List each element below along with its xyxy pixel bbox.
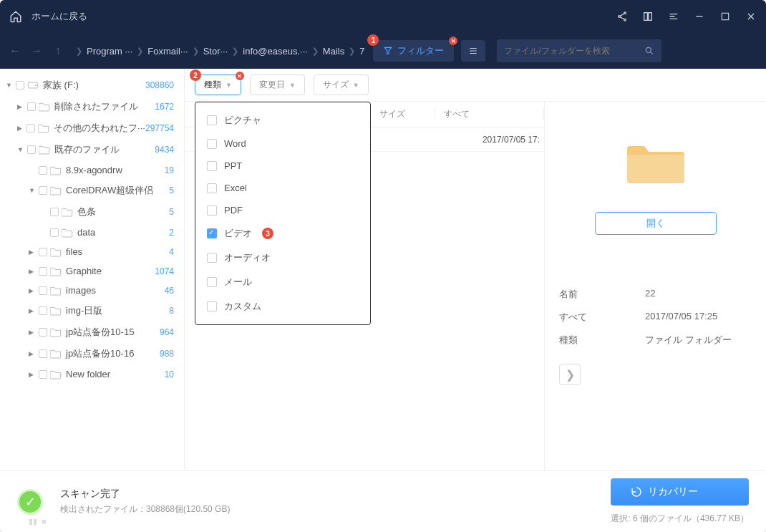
tree-toggle-icon[interactable]: ▶ xyxy=(17,125,25,132)
home-icon[interactable] xyxy=(9,9,23,24)
checkbox[interactable] xyxy=(16,81,24,90)
tree-toggle-icon[interactable]: ▶ xyxy=(29,371,37,378)
sidebar-tree[interactable]: ▼ 家族 (F:) 308860▶ 削除されたファイル 1672▶ その他の失わ… xyxy=(0,69,185,470)
col-size[interactable]: サイズ xyxy=(371,108,435,120)
stop-icon[interactable]: ■ xyxy=(42,517,47,526)
breadcrumb-segment[interactable]: info@easeus.··· xyxy=(243,46,308,57)
filter-button[interactable]: 1 フィルター ✕ xyxy=(373,40,454,62)
menu-icon[interactable] xyxy=(667,10,680,23)
tree-item[interactable]: ▶ jp站点备份10-15 964 xyxy=(0,321,184,343)
dropdown-item[interactable]: ピクチャ xyxy=(195,108,370,132)
checkbox[interactable] xyxy=(207,301,217,311)
tree-item[interactable]: ▼ 家族 (F:) 308860 xyxy=(0,74,184,96)
open-button[interactable]: 開く xyxy=(595,212,717,235)
tree-toggle-icon[interactable]: ▶ xyxy=(29,350,37,357)
breadcrumb[interactable]: ❯Program ···❯Foxmail···❯Stor···❯info@eas… xyxy=(76,46,364,57)
home-label[interactable]: ホームに戻る xyxy=(31,10,87,23)
tree-item[interactable]: 色条 5 xyxy=(0,201,184,223)
tree-item[interactable]: ▼ 既存のファイル 9434 xyxy=(0,139,184,160)
checkbox[interactable] xyxy=(39,306,47,315)
dropdown-item[interactable]: Word xyxy=(195,132,370,155)
breadcrumb-segment[interactable]: Stor··· xyxy=(203,46,228,57)
search-icon[interactable] xyxy=(644,46,654,56)
recovery-button[interactable]: リカバリー xyxy=(611,478,749,506)
tree-toggle-icon[interactable]: ▶ xyxy=(29,248,37,256)
tree-item[interactable]: ▶ Graphite 1074 xyxy=(0,261,184,281)
checkbox[interactable] xyxy=(39,248,47,256)
breadcrumb-segment[interactable]: Foxmail··· xyxy=(147,46,188,57)
filter-date-pill[interactable]: 変更日 ▼ xyxy=(250,74,305,95)
tree-toggle-icon[interactable]: ▶ xyxy=(29,268,37,275)
type-dropdown[interactable]: ピクチャWordPPTExcelPDFビデオ3オーディオメールカスタム xyxy=(195,102,371,325)
tree-toggle-icon[interactable]: ▶ xyxy=(17,103,26,110)
checkbox[interactable] xyxy=(207,277,217,287)
layout-icon[interactable] xyxy=(641,10,654,23)
share-icon[interactable] xyxy=(616,10,629,23)
tree-item[interactable]: ▶ 削除されたファイル 1672 xyxy=(0,96,184,117)
up-icon[interactable]: ↑ xyxy=(52,44,64,57)
dropdown-item[interactable]: Excel xyxy=(195,177,370,199)
filter-close-icon[interactable]: ✕ xyxy=(449,37,457,45)
tree-count: 988 xyxy=(160,349,178,359)
type-pill-close-icon[interactable]: ✕ xyxy=(236,72,244,80)
tree-item[interactable]: ▶ その他の失われたフ··· 297754 xyxy=(0,117,184,139)
close-icon[interactable] xyxy=(745,10,757,23)
filter-size-pill[interactable]: サイズ ▼ xyxy=(314,74,369,95)
chevron-down-icon: ▼ xyxy=(226,82,232,89)
dropdown-item[interactable]: PDF xyxy=(195,199,370,221)
tree-toggle-icon[interactable]: ▼ xyxy=(17,146,26,153)
search-input[interactable] xyxy=(504,46,644,56)
search-box[interactable] xyxy=(497,39,661,62)
tree-toggle-icon[interactable]: ▶ xyxy=(29,307,37,314)
tree-toggle-icon[interactable]: ▼ xyxy=(6,82,14,89)
checkbox[interactable] xyxy=(207,183,217,193)
dropdown-item[interactable]: メール xyxy=(195,270,370,294)
checkbox[interactable] xyxy=(207,228,217,238)
checkbox[interactable] xyxy=(39,328,47,337)
pause-icon[interactable]: ▮▮ xyxy=(29,517,37,526)
checkbox[interactable] xyxy=(39,349,47,358)
checkbox[interactable] xyxy=(27,145,36,154)
tree-item[interactable]: 8.9x-agondrw 19 xyxy=(0,160,184,180)
tree-toggle-icon[interactable]: ▶ xyxy=(29,329,37,336)
badge-2: 2 xyxy=(190,69,201,81)
tree-item[interactable]: ▼ CorelDRAW超级伴侣 5 xyxy=(0,180,184,201)
dropdown-item[interactable]: PPT xyxy=(195,155,370,177)
tree-item[interactable]: ▶ jp站点备份10-16 988 xyxy=(0,343,184,364)
checkbox[interactable] xyxy=(207,115,217,125)
breadcrumb-segment[interactable]: Program ··· xyxy=(87,46,132,57)
checkbox[interactable] xyxy=(39,186,47,195)
dropdown-item[interactable]: ビデオ3 xyxy=(195,221,370,246)
checkbox[interactable] xyxy=(50,208,59,216)
tree-item[interactable]: data 2 xyxy=(0,223,184,242)
filter-type-pill[interactable]: 2 種類 ▼ ✕ xyxy=(195,74,241,95)
dropdown-item[interactable]: オーディオ xyxy=(195,246,370,270)
checkbox[interactable] xyxy=(27,102,36,111)
back-icon[interactable]: ← xyxy=(9,44,21,57)
checkbox[interactable] xyxy=(207,253,217,263)
checkbox[interactable] xyxy=(39,267,47,276)
checkbox[interactable] xyxy=(207,161,217,171)
minimize-icon[interactable] xyxy=(693,10,706,23)
checkbox[interactable] xyxy=(50,228,59,237)
breadcrumb-segment[interactable]: 7 xyxy=(359,46,364,57)
forward-icon[interactable]: → xyxy=(30,44,43,57)
tree-toggle-icon[interactable]: ▼ xyxy=(29,187,37,194)
tree-toggle-icon[interactable]: ▶ xyxy=(29,287,37,294)
checkbox[interactable] xyxy=(26,124,35,132)
maximize-icon[interactable] xyxy=(719,10,732,23)
breadcrumb-segment[interactable]: Mails xyxy=(323,46,344,57)
tree-item[interactable]: ▶ img-日版 8 xyxy=(0,300,184,321)
checkbox[interactable] xyxy=(39,166,47,175)
next-page-button[interactable]: ❯ xyxy=(559,364,581,385)
checkbox[interactable] xyxy=(207,205,217,216)
view-mode-button[interactable] xyxy=(461,40,485,62)
tree-item[interactable]: ▶ images 46 xyxy=(0,281,184,300)
dropdown-item[interactable]: カスタム xyxy=(195,294,370,319)
tree-item[interactable]: ▶ New folder 10 xyxy=(0,364,184,384)
tree-item[interactable]: ▶ files 4 xyxy=(0,242,184,261)
checkbox[interactable] xyxy=(39,370,47,379)
col-all[interactable]: すべて xyxy=(435,108,544,120)
checkbox[interactable] xyxy=(39,286,47,295)
checkbox[interactable] xyxy=(207,139,217,149)
